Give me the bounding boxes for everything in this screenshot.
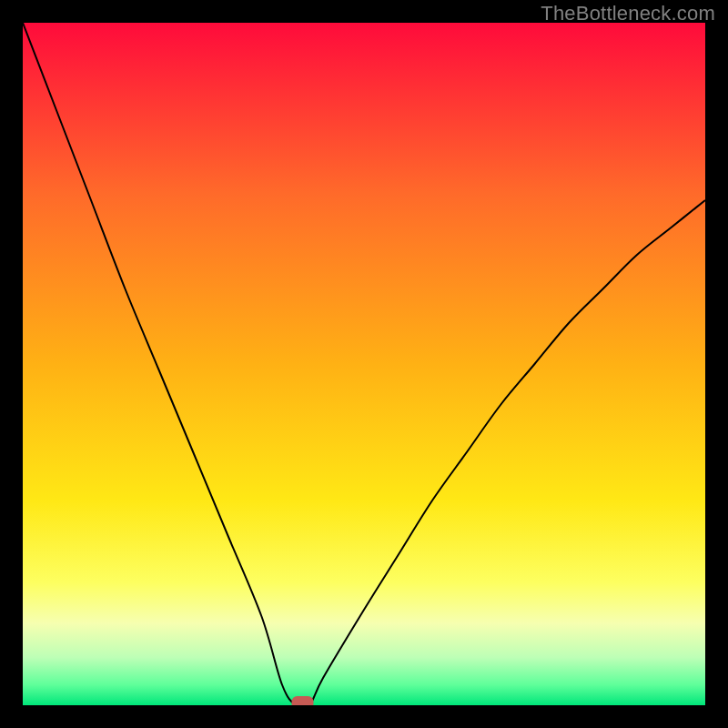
watermark-text: TheBottleneck.com: [541, 2, 715, 25]
gradient-background: [23, 23, 705, 705]
optimal-marker: [292, 696, 314, 705]
plot-area: [23, 23, 705, 705]
chart-svg: [23, 23, 705, 705]
chart-frame: TheBottleneck.com: [0, 0, 728, 728]
